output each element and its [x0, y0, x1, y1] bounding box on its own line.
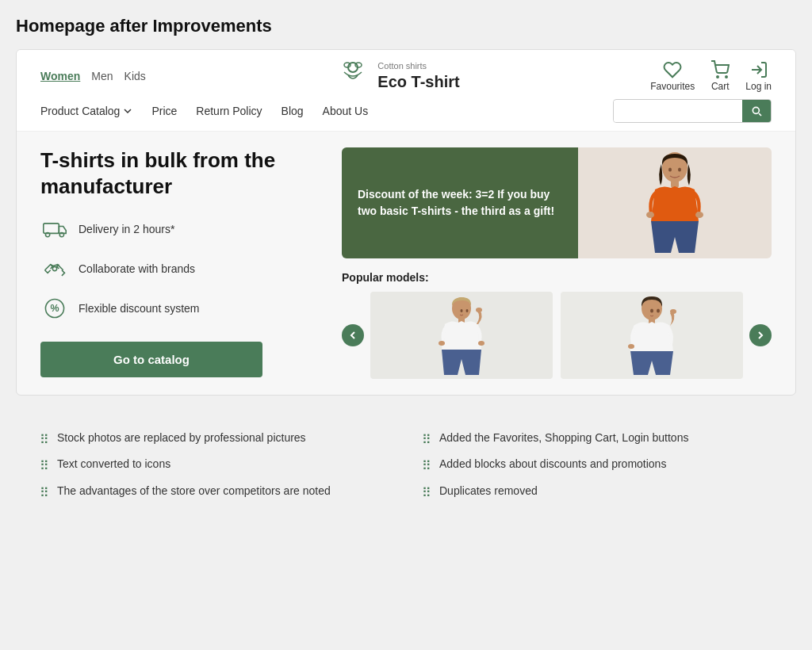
bullet-icon-3: ⠿ — [40, 484, 49, 502]
cart-label: Cart — [711, 81, 730, 92]
svg-point-21 — [478, 341, 485, 346]
bullet-icon-2: ⠿ — [40, 457, 49, 475]
woman-orange-shirt-image — [635, 150, 714, 257]
svg-text:%: % — [50, 303, 59, 314]
main-content: T-shirts in bulk from the manufacturer D… — [17, 132, 795, 395]
header-top: Women Men Kids Cotton shirts — [40, 58, 772, 94]
promo-banner: Discount of the week: 3=2 If you buy two… — [342, 147, 772, 258]
improvement-text-5: Added blocks about discounts and promoti… — [439, 457, 666, 472]
improvement-text-1: Stock photos are replaced by professiona… — [57, 430, 306, 446]
nav-kids[interactable]: Kids — [124, 70, 146, 82]
svg-point-9 — [52, 266, 56, 270]
promo-text: Discount of the week: 3=2 If you buy two… — [358, 186, 562, 220]
search-bar — [613, 99, 772, 123]
improvement-item-6: ⠿ Duplicates removed — [422, 484, 772, 502]
svg-point-14 — [646, 212, 654, 218]
nav-product-catalog[interactable]: Product Catalog — [40, 105, 132, 117]
logo-icon — [336, 58, 370, 94]
handshake-icon — [40, 254, 69, 283]
feature-brands: Collaborate with brands — [40, 254, 326, 283]
carousel-items — [370, 292, 743, 379]
website-frame: Women Men Kids Cotton shirts — [16, 49, 796, 396]
improvement-item-5: ⠿ Added blocks about discounts and promo… — [422, 457, 772, 475]
login-button[interactable]: Log in — [745, 60, 772, 92]
logo: Cotton shirts Eco T-shirt — [336, 58, 459, 94]
improvement-item-4: ⠿ Added the Favorites, Shopping Cart, Lo… — [422, 430, 772, 449]
bullet-icon-5: ⠿ — [422, 457, 431, 475]
gender-nav: Women Men Kids — [40, 70, 146, 82]
svg-point-23 — [461, 309, 463, 312]
feature-discount-text: Flexible discount system — [79, 302, 200, 315]
carousel-prev-button[interactable] — [342, 324, 364, 346]
feature-brands-text: Collaborate with brands — [79, 262, 195, 275]
cart-button[interactable]: Cart — [710, 60, 730, 92]
header: Women Men Kids Cotton shirts — [17, 50, 795, 132]
svg-point-4 — [726, 76, 727, 78]
improvement-item-2: ⠿ Text converted to icons — [40, 457, 390, 475]
carousel-card-2 — [561, 292, 743, 379]
svg-rect-6 — [44, 224, 59, 233]
search-icon — [750, 105, 763, 117]
chevron-left-icon — [348, 331, 358, 340]
bullet-icon-4: ⠿ — [422, 431, 431, 449]
feature-delivery: Delivery in 2 hours* — [40, 215, 326, 243]
svg-point-17 — [678, 167, 681, 171]
woman-white-shirt-image — [434, 294, 489, 377]
favourites-label: Favourites — [650, 81, 695, 92]
nav-price[interactable]: Price — [151, 105, 177, 117]
page-title: Homepage after Improvements — [16, 16, 796, 36]
header-bottom: Product Catalog Price Return Policy Blog… — [40, 99, 772, 123]
svg-point-30 — [657, 308, 660, 312]
nav-men[interactable]: Men — [91, 70, 113, 82]
nav-about-us[interactable]: About Us — [323, 105, 369, 117]
go-to-catalog-button[interactable]: Go to catalog — [40, 342, 262, 377]
discount-icon: % — [40, 294, 69, 323]
svg-point-24 — [466, 309, 469, 312]
hero-left: T-shirts in bulk from the manufacturer D… — [40, 147, 342, 379]
feature-discount: % Flexible discount system — [40, 294, 326, 323]
svg-point-28 — [628, 344, 634, 349]
main-nav: Product Catalog Price Return Policy Blog… — [40, 105, 368, 117]
chevron-down-icon — [123, 106, 132, 116]
nav-return-policy[interactable]: Return Policy — [196, 105, 262, 117]
carousel-card-1 — [370, 292, 553, 379]
improvements-section: ⠿ Stock photos are replaced by professio… — [16, 415, 796, 518]
favourites-button[interactable]: Favourites — [650, 60, 695, 92]
man-white-shirt-image — [624, 294, 680, 377]
logo-main: Eco T-shirt — [377, 72, 459, 91]
carousel-next-button[interactable] — [749, 324, 772, 346]
feature-list: Delivery in 2 hours* Collaborate with br… — [40, 215, 326, 323]
improvements-left: ⠿ Stock photos are replaced by professio… — [40, 430, 390, 510]
improvement-text-2: Text converted to icons — [57, 457, 170, 472]
search-input[interactable] — [614, 101, 742, 122]
improvement-text-3: The advantages of the store over competi… — [57, 484, 331, 499]
search-button[interactable] — [742, 100, 771, 122]
nav-blog[interactable]: Blog — [282, 105, 304, 117]
popular-section-label: Popular models: — [342, 271, 772, 284]
bullet-icon-6: ⠿ — [422, 484, 431, 502]
svg-point-16 — [668, 167, 672, 171]
improvement-item-1: ⠿ Stock photos are replaced by professio… — [40, 430, 390, 449]
svg-point-15 — [695, 212, 703, 218]
improvement-item-3: ⠿ The advantages of the store over compe… — [40, 484, 390, 502]
svg-point-27 — [670, 309, 676, 314]
svg-point-20 — [439, 341, 445, 346]
svg-point-22 — [476, 308, 482, 312]
logo-text-block: Cotton shirts Eco T-shirt — [377, 61, 459, 90]
truck-icon — [40, 215, 69, 243]
chevron-right-icon — [756, 331, 765, 340]
promo-image — [578, 147, 772, 258]
improvements-right: ⠿ Added the Favorites, Shopping Cart, Lo… — [422, 430, 772, 510]
hero-title: T-shirts in bulk from the manufacturer — [40, 147, 326, 199]
hero-right: Discount of the week: 3=2 If you buy two… — [342, 147, 772, 379]
nav-women[interactable]: Women — [40, 70, 80, 82]
logo-sub: Cotton shirts — [377, 61, 459, 71]
bullet-icon-1: ⠿ — [40, 431, 49, 449]
svg-point-29 — [650, 308, 653, 312]
improvement-text-6: Duplicates removed — [439, 484, 538, 499]
feature-delivery-text: Delivery in 2 hours* — [79, 223, 174, 235]
login-label: Log in — [745, 81, 772, 92]
header-actions: Favourites Cart Log in — [650, 60, 772, 92]
svg-point-3 — [717, 76, 718, 78]
improvement-text-4: Added the Favorites, Shopping Cart, Logi… — [439, 430, 688, 446]
